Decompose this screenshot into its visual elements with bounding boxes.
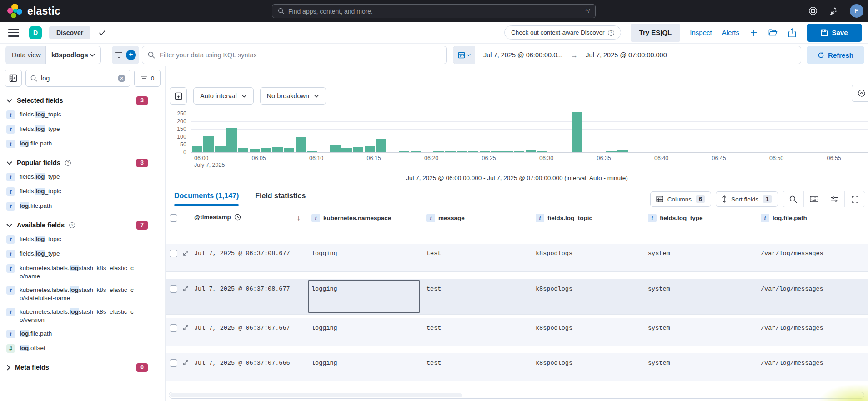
edit-visualization-button[interactable] <box>852 85 868 102</box>
cell-log-type[interactable]: system <box>648 325 670 331</box>
clear-search-icon[interactable]: ✕ <box>118 75 125 82</box>
tab-documents[interactable]: Documents (1,147) <box>174 192 239 206</box>
cell-log-type[interactable]: system <box>648 250 670 257</box>
save-button[interactable]: Save <box>807 24 862 42</box>
field-section-popular-fields[interactable]: Popular fields?3 <box>6 159 159 166</box>
kql-query-input[interactable]: Filter your data using KQL syntax <box>142 46 447 64</box>
histogram-bar[interactable] <box>307 151 317 152</box>
sort-desc-icon[interactable]: ↓ <box>297 214 301 221</box>
histogram-bar[interactable] <box>433 151 444 152</box>
column-header-kubernetes-namespace[interactable]: tkubernetes.namespace <box>311 214 391 222</box>
keyboard-shortcuts-button[interactable] <box>803 191 824 207</box>
news-icon[interactable] <box>829 6 839 16</box>
space-badge[interactable]: D <box>29 26 42 39</box>
cell-namespace[interactable]: logging <box>311 250 337 257</box>
histogram-bar[interactable] <box>330 145 341 152</box>
field-item[interactable]: tlog.file.path <box>6 202 159 211</box>
field-section-meta-fields[interactable]: Meta fields0 <box>6 364 159 371</box>
cell-log-type[interactable]: system <box>648 360 670 366</box>
try-esql-button[interactable]: Try ES|QL <box>631 24 680 42</box>
field-item[interactable]: tfields.log_type <box>6 173 159 181</box>
collapse-sidebar-button[interactable] <box>5 70 22 87</box>
cell-timestamp[interactable]: Jul 7, 2025 @ 06:37:07.666 <box>194 360 290 366</box>
histogram-bar[interactable] <box>572 112 582 152</box>
histogram-bar[interactable] <box>457 151 467 152</box>
column-header-fields-log-topic[interactable]: tfields.log_topic <box>536 214 592 222</box>
field-item[interactable]: tfields.log_type <box>6 125 159 134</box>
histogram-bar[interactable] <box>192 146 202 152</box>
histogram-bar[interactable] <box>226 128 237 152</box>
check-icon[interactable] <box>99 30 106 35</box>
new-session-icon[interactable] <box>749 28 758 37</box>
cell-log-topic[interactable]: k8spodlogs <box>536 360 572 366</box>
expand-document-button[interactable] <box>183 286 189 291</box>
field-item[interactable]: tfields.log_type <box>6 250 159 258</box>
cell-file-path[interactable]: /var/log/messages <box>761 286 823 292</box>
histogram-bar[interactable] <box>537 151 547 152</box>
field-section-available-fields[interactable]: Available fields?7 <box>6 221 159 229</box>
cell-log-topic[interactable]: k8spodlogs <box>536 250 572 257</box>
cell-file-path[interactable]: /var/log/messages <box>761 360 823 366</box>
save-visualization-button[interactable] <box>170 87 187 105</box>
column-header--timestamp[interactable]: @timestamp <box>194 214 241 221</box>
histogram-bar[interactable] <box>526 150 536 152</box>
open-folder-icon[interactable] <box>768 28 778 37</box>
sort-fields-button[interactable]: Sort fields 1 <box>716 191 778 207</box>
grid-search-button[interactable] <box>783 191 803 207</box>
cell-message[interactable]: test <box>426 360 441 366</box>
histogram-bar[interactable] <box>284 148 294 152</box>
cell-timestamp[interactable]: Jul 7, 2025 @ 06:37:08.677 <box>194 286 290 292</box>
cell-log-topic[interactable]: k8spodlogs <box>536 325 572 331</box>
field-section-selected-fields[interactable]: Selected fields3 <box>6 97 159 104</box>
data-view-selector[interactable]: k8spodlogs <box>45 46 101 64</box>
histogram-bar[interactable] <box>606 151 617 152</box>
breakdown-select[interactable]: No breakdown <box>260 87 326 105</box>
refresh-button[interactable]: Refresh <box>807 46 864 64</box>
help-icon[interactable] <box>808 6 818 16</box>
cell-file-path[interactable]: /var/log/messages <box>761 325 823 331</box>
cell-log-topic[interactable]: k8spodlogs <box>536 286 572 292</box>
table-row[interactable]: Jul 7, 2025 @ 06:37:08.677loggingtestk8s… <box>166 244 868 272</box>
field-type-filter-button[interactable]: 0 <box>134 70 161 87</box>
histogram-bar[interactable] <box>215 146 226 152</box>
cell-timestamp[interactable]: Jul 7, 2025 @ 06:37:07.667 <box>194 325 290 331</box>
histogram-bar[interactable] <box>514 151 524 152</box>
field-item[interactable]: tlog.file.path <box>6 330 159 338</box>
histogram-bar[interactable] <box>399 151 409 152</box>
histogram-bar[interactable] <box>502 151 513 152</box>
histogram-bar[interactable] <box>445 151 456 152</box>
cell-namespace[interactable]: logging <box>311 360 337 366</box>
user-avatar[interactable]: E <box>850 4 863 18</box>
menu-icon[interactable] <box>8 29 19 37</box>
expand-document-button[interactable] <box>183 360 189 366</box>
global-search-input[interactable]: Find apps, content, and more. ^/ <box>272 4 596 18</box>
field-search-input[interactable]: log ✕ <box>25 70 130 87</box>
context-aware-banner[interactable]: Check out context-aware Discover ? <box>504 25 621 40</box>
column-header-log-file-path[interactable]: tlog.file.path <box>761 214 807 222</box>
field-item[interactable]: tfields.log_topic <box>6 110 159 119</box>
histogram-bar[interactable] <box>353 147 363 152</box>
histogram-bar[interactable] <box>261 148 271 152</box>
field-item[interactable]: tlog.file.path <box>6 140 159 148</box>
tab-field-statistics[interactable]: Field statistics <box>255 192 306 206</box>
inspect-link[interactable]: Inspect <box>690 29 712 36</box>
histogram-bar[interactable] <box>365 146 375 152</box>
display-options-button[interactable] <box>824 191 844 207</box>
column-header-message[interactable]: tmessage <box>426 214 465 222</box>
histogram-chart[interactable]: 05010015020025006:00July 7, 202506:0506:… <box>166 110 868 165</box>
horizontal-scrollbar[interactable] <box>169 392 864 399</box>
expand-document-button[interactable] <box>183 325 189 331</box>
field-item[interactable]: tfields.log_topic <box>6 235 159 244</box>
row-checkbox[interactable] <box>170 285 177 293</box>
breadcrumb[interactable]: Discover <box>49 26 90 39</box>
table-row[interactable]: Jul 7, 2025 @ 06:37:07.666loggingtestk8s… <box>166 353 868 381</box>
select-all-checkbox[interactable] <box>170 214 177 222</box>
histogram-bar[interactable] <box>238 148 248 152</box>
histogram-bar[interactable] <box>480 151 490 152</box>
alerts-link[interactable]: Alerts <box>722 29 739 36</box>
table-row[interactable]: Jul 7, 2025 @ 06:37:07.667loggingtestk8s… <box>166 318 868 346</box>
add-filter-button[interactable]: + <box>126 50 136 60</box>
expand-document-button[interactable] <box>183 250 189 256</box>
field-item[interactable]: tkubernetes.labels.logstash_k8s_elastic_… <box>6 286 159 302</box>
table-row[interactable]: Jul 7, 2025 @ 06:37:08.677loggingtestk8s… <box>166 279 868 315</box>
